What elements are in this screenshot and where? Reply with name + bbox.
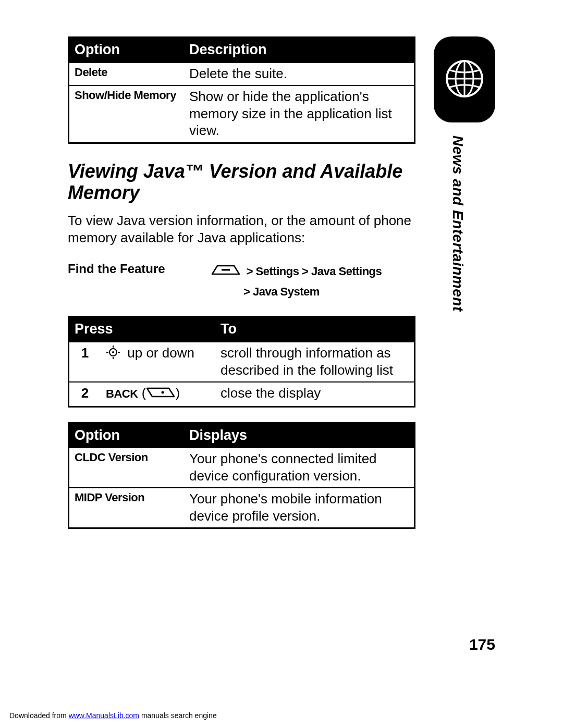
desc-cell: Your phone's mobile information device p… [184,488,415,528]
nav-key-icon [106,345,120,364]
col-description: Description [184,38,415,63]
table-row: Show/Hide Memory Show or hide the applic… [69,85,415,143]
paren-close: ) [175,385,180,401]
feature-label: Find the Feature [68,262,211,276]
desc-cell: Your phone's connected limited device co… [184,448,415,488]
table-row: CLDC Version Your phone's connected limi… [69,448,415,488]
table-row: 2 BACK ( ) close the display [69,382,415,406]
globe-icon [444,58,485,101]
option-delete: Delete [69,63,185,86]
options-table-1: Option Description Delete Delete the sui… [68,36,415,144]
to-cell: close the display [215,382,415,406]
options-table-2: Option Displays CLDC Version Your phone'… [68,422,415,529]
svg-rect-0 [222,269,230,271]
col-option: Option [69,423,185,448]
menu-key-icon [211,263,240,282]
back-label: BACK [106,387,138,400]
step-num: 2 [69,382,101,406]
desc-cell: Delete the suite. [184,63,415,86]
table-row: MIDP Version Your phone's mobile informa… [69,488,415,528]
option-midp-version: MIDP Version [69,488,185,528]
col-displays: Displays [184,423,415,448]
key-cell: up or down [101,342,215,382]
col-press: Press [69,317,216,342]
option-show-hide-memory: Show/Hide Memory [69,85,185,143]
press-to-table: Press To 1 up [68,316,415,407]
table-row: Delete Delete the suite. [69,63,415,86]
desc-cell: Show or hide the application's memory si… [184,85,415,143]
footer-source: Downloaded from www.ManualsLib.com manua… [9,711,217,720]
section-heading: Viewing Java™ Version and Available Memo… [68,161,415,204]
step-num: 1 [69,342,101,382]
paren-open: ( [142,385,146,401]
option-cldc-version: CLDC Version [69,448,185,488]
feature-path-line-2: > Java System [243,285,320,298]
section-side-label: News and Entertainment [449,135,466,312]
key-cell: BACK ( ) [101,382,215,406]
feature-path-line-1: > Settings > Java Settings [247,265,382,278]
find-the-feature: Find the Feature > Settings > Java Setti… [68,262,415,301]
to-cell: scroll through information as described … [215,342,415,382]
section-tab [434,36,495,122]
col-option: Option [69,38,185,63]
intro-paragraph: To view Java version information, or the… [68,212,415,248]
svg-point-2 [112,351,114,353]
table-row: 1 up or down scroll throug [69,342,415,382]
svg-point-7 [162,391,164,394]
col-to: To [215,317,415,342]
key-text: up or down [127,345,194,361]
page-number: 175 [0,636,495,653]
footer-prefix: Downloaded from [9,711,69,720]
footer-link[interactable]: www.ManualsLib.com [69,711,139,720]
footer-suffix: manuals search engine [139,711,217,720]
right-softkey-icon [146,386,175,403]
